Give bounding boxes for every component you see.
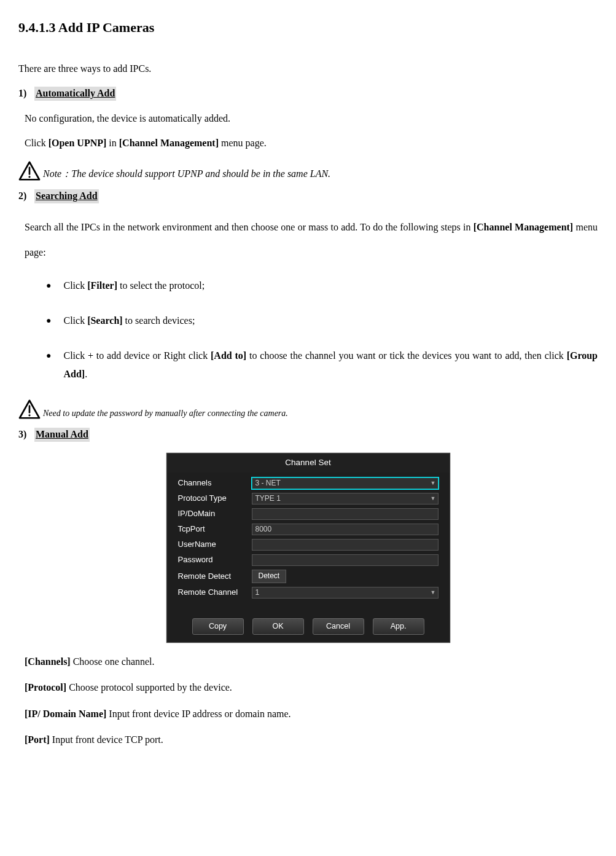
text: Click (63, 280, 87, 291)
method-3: 3) Manual Add (18, 428, 598, 441)
channels-label: Channels (178, 477, 252, 489)
filter-label: [Filter] (87, 280, 117, 291)
channel-set-dialog: Channel Set Channels 3 - NET ▼ Protocol … (166, 453, 450, 643)
warning-icon (18, 399, 41, 419)
password-input[interactable] (252, 554, 439, 566)
chevron-down-icon: ▼ (431, 589, 436, 597)
channels-select[interactable]: 3 - NET ▼ (252, 477, 439, 489)
password-label: Password (178, 554, 252, 565)
protocol-row: Protocol Type TYPE 1 ▼ (178, 493, 439, 505)
tcp-row: TcpPort 8000 (178, 524, 439, 535)
def-channels: [Channels] Choose one channel. (25, 655, 598, 669)
remote-detect-label: Remote Detect (178, 571, 252, 582)
text: to search devices; (123, 315, 195, 326)
app-button[interactable]: App. (373, 618, 424, 635)
def-text: Choose one channel. (71, 656, 155, 667)
svg-point-1 (28, 176, 30, 178)
def-protocol: [Protocol] Choose protocol supported by … (25, 681, 598, 694)
username-label: UserName (178, 539, 252, 550)
text: Click (25, 138, 49, 148)
method-1-desc1: No configuration, the device is automati… (25, 112, 598, 125)
text: . (85, 369, 87, 379)
channel-set-dialog-wrap: Channel Set Channels 3 - NET ▼ Protocol … (18, 453, 598, 643)
ip-row: IP/DoMain (178, 508, 439, 520)
dialog-title: Channel Set (167, 454, 450, 473)
section-heading: 9.4.1.3 Add IP Cameras (18, 18, 598, 37)
chevron-down-icon: ▼ (431, 495, 436, 503)
list-item: ● Click [Filter] to select the protocol; (46, 277, 598, 296)
method-1-desc2: Click [Open UPNP] in [Channel Management… (25, 136, 598, 150)
tcp-label: TcpPort (178, 524, 252, 535)
text: to choose the channel you want or tick t… (246, 350, 566, 361)
method-3-number: 3) (18, 428, 32, 441)
def-label: [Protocol] (25, 682, 66, 693)
channels-value: 3 - NET (255, 478, 281, 489)
text: Click + to add device or Right click (63, 350, 211, 361)
open-upnp-label: [Open UPNP] (49, 138, 107, 148)
def-port: [Port] Input front device TCP port. (25, 733, 598, 747)
text: Click (63, 315, 87, 326)
def-label: [IP/ Domain Name] (25, 709, 106, 719)
text: to select the protocol; (117, 280, 205, 291)
tcp-input[interactable]: 8000 (252, 524, 439, 535)
def-label: [Port] (25, 734, 50, 745)
bullet-icon: ● (46, 277, 51, 296)
note-1: Note：The device should support UPNP and … (18, 161, 598, 181)
list-item: ● Click + to add device or Right click [… (46, 347, 598, 384)
ok-button[interactable]: OK (252, 618, 304, 635)
text: Search all the IPCs in the network envir… (25, 222, 474, 232)
remote-channel-row: Remote Channel 1 ▼ (178, 587, 439, 599)
chevron-down-icon: ▼ (431, 479, 436, 487)
method-1-title: Automatically Add (34, 87, 116, 100)
username-input[interactable] (252, 539, 439, 551)
cancel-button[interactable]: Cancel (313, 618, 364, 635)
list-item: ● Click [Search] to search devices; (46, 312, 598, 331)
search-label: [Search] (87, 315, 122, 326)
note-2-text: Need to update the password by manually … (43, 407, 288, 420)
note-label: Note： (43, 168, 71, 179)
dialog-body: Channels 3 - NET ▼ Protocol Type TYPE 1 … (167, 473, 450, 605)
channel-mgmt-label2: [Channel Management] (474, 222, 573, 232)
method-2-number: 2) (18, 189, 32, 203)
method-2-desc: Search all the IPCs in the network envir… (25, 214, 598, 265)
text: menu page. (219, 138, 267, 148)
def-text: Choose protocol supported by the device. (66, 682, 232, 693)
intro-text: There are three ways to add IPCs. (18, 62, 598, 76)
note-1-text: Note：The device should support UPNP and … (43, 167, 330, 181)
def-text: Input front device TCP port. (50, 734, 163, 745)
copy-button[interactable]: Copy (192, 618, 244, 635)
note-body: The device should support UPNP and shoul… (71, 168, 330, 179)
detect-button[interactable]: Detect (252, 570, 287, 583)
def-text: Input front device IP address or domain … (106, 709, 290, 719)
remote-detect-row: Remote Detect Detect (178, 570, 439, 583)
bullet-icon: ● (46, 347, 51, 384)
remote-channel-label: Remote Channel (178, 587, 252, 598)
definition-list: [Channels] Choose one channel. [Protocol… (25, 655, 598, 747)
bullet-list: ● Click [Filter] to select the protocol;… (46, 277, 598, 383)
method-2-title: Searching Add (34, 189, 99, 203)
def-ipdomain: [IP/ Domain Name] Input front device IP … (25, 707, 598, 721)
method-1-number: 1) (18, 87, 32, 100)
ip-label: IP/DoMain (178, 508, 252, 519)
password-row: Password (178, 554, 439, 566)
note-2: Need to update the password by manually … (18, 399, 598, 419)
method-2: 2) Searching Add (18, 189, 598, 203)
method-3-title: Manual Add (34, 428, 90, 441)
text: in (106, 138, 119, 148)
protocol-value: TYPE 1 (255, 493, 281, 504)
protocol-select[interactable]: TYPE 1 ▼ (252, 493, 439, 505)
def-label: [Channels] (25, 656, 71, 667)
channels-row: Channels 3 - NET ▼ (178, 477, 439, 489)
remote-channel-value: 1 (255, 587, 260, 598)
channel-mgmt-label: [Channel Management] (119, 138, 219, 148)
bullet-icon: ● (46, 312, 51, 331)
warning-icon (18, 161, 41, 181)
addto-label: [Add to] (211, 350, 246, 361)
remote-channel-select[interactable]: 1 ▼ (252, 587, 439, 599)
method-1: 1) Automatically Add (18, 87, 598, 100)
svg-point-3 (28, 414, 30, 416)
ip-input[interactable] (252, 508, 439, 520)
tcp-value: 8000 (255, 524, 272, 535)
protocol-label: Protocol Type (178, 493, 252, 504)
dialog-footer: Copy OK Cancel App. (167, 605, 450, 642)
